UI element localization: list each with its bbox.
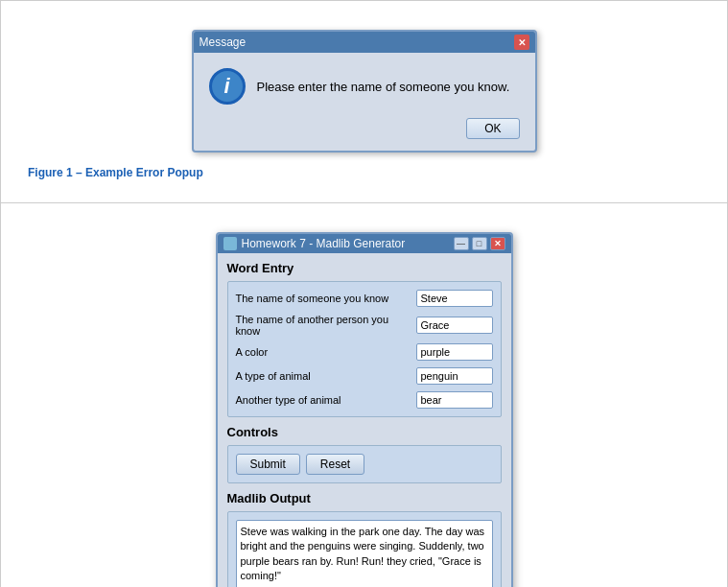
dialog-ok-row: OK	[209, 118, 520, 139]
app-body: Word Entry The name of someone you know …	[218, 253, 511, 587]
input-animal-1[interactable]	[416, 367, 493, 385]
input-animal-2[interactable]	[416, 391, 493, 409]
minimize-button[interactable]: —	[454, 237, 469, 250]
submit-button[interactable]: Submit	[236, 454, 300, 475]
app-window: Homework 7 - Madlib Generator — □ ✕ Word…	[216, 232, 513, 587]
app-title: Homework 7 - Madlib Generator	[242, 237, 406, 250]
output-section: Madlib Output Steve was walking in the p…	[227, 491, 502, 587]
form-label-2: A color	[236, 346, 411, 358]
form-label-0: The name of someone you know	[236, 293, 411, 304]
form-row-4: Another type of animal	[236, 391, 493, 409]
controls-group: Submit Reset	[227, 445, 502, 483]
figure2-section: Homework 7 - Madlib Generator — □ ✕ Word…	[0, 203, 728, 587]
app-icon	[223, 237, 237, 250]
app-title-bar: Homework 7 - Madlib Generator — □ ✕	[218, 234, 511, 253]
output-textarea[interactable]: Steve was walking in the park one day. T…	[236, 520, 493, 587]
output-group: Steve was walking in the park one day. T…	[227, 511, 502, 587]
form-row-2: A color	[236, 343, 493, 361]
ok-button[interactable]: OK	[466, 118, 519, 139]
figure1-dialog-wrapper: Message ✕ i Please enter the name of som…	[20, 20, 708, 156]
figure1-section: Message ✕ i Please enter the name of som…	[0, 0, 728, 203]
app-title-left: Homework 7 - Madlib Generator	[223, 237, 406, 250]
reset-button[interactable]: Reset	[306, 454, 364, 475]
info-icon: i	[209, 68, 246, 105]
dialog-close-button[interactable]: ✕	[514, 35, 529, 50]
dialog-message: Please enter the name of someone you kno…	[257, 80, 510, 94]
output-header: Madlib Output	[227, 491, 502, 505]
dialog-content-row: i Please enter the name of someone you k…	[209, 68, 520, 105]
message-dialog: Message ✕ i Please enter the name of som…	[192, 30, 537, 153]
word-entry-header: Word Entry	[227, 261, 502, 275]
form-row-1: The name of another person you know	[236, 314, 493, 337]
form-label-4: Another type of animal	[236, 394, 411, 406]
controls-header: Controls	[227, 425, 502, 439]
figure2-app-wrapper: Homework 7 - Madlib Generator — □ ✕ Word…	[20, 223, 708, 587]
window-controls: — □ ✕	[454, 237, 505, 250]
dialog-title-bar: Message ✕	[194, 32, 535, 53]
form-label-1: The name of another person you know	[236, 314, 411, 337]
restore-button[interactable]: □	[472, 237, 487, 250]
word-entry-group: The name of someone you know The name of…	[227, 281, 502, 417]
controls-section: Controls Submit Reset	[227, 425, 502, 483]
figure1-label: Figure 1 – Example Error Popup	[20, 162, 211, 183]
input-color[interactable]	[416, 343, 493, 361]
input-name-2[interactable]	[416, 317, 493, 334]
input-name-1[interactable]	[416, 290, 493, 307]
window-close-button[interactable]: ✕	[490, 237, 505, 250]
form-label-3: A type of animal	[236, 370, 411, 382]
form-row-0: The name of someone you know	[236, 290, 493, 307]
dialog-title: Message	[200, 35, 247, 49]
dialog-body: i Please enter the name of someone you k…	[194, 53, 535, 151]
form-row-3: A type of animal	[236, 367, 493, 385]
